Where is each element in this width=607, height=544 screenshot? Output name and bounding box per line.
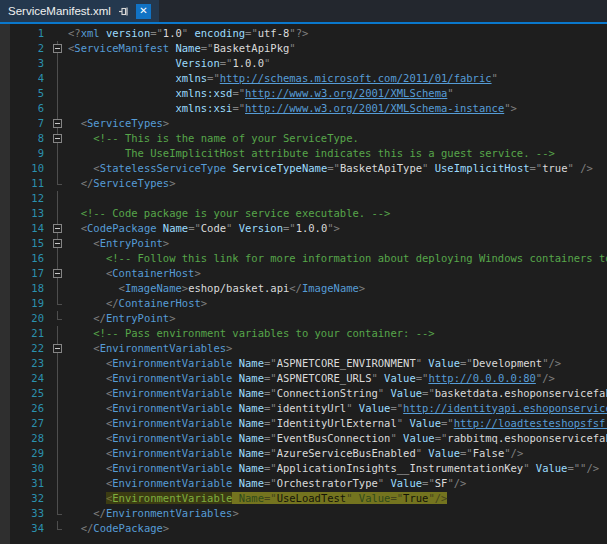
code-line[interactable]: 1<?xml version="1.0" encoding="utf-8"?> bbox=[0, 26, 607, 41]
code-line[interactable]: 10 <StatelessServiceType ServiceTypeName… bbox=[0, 161, 607, 176]
fold-guide bbox=[50, 296, 66, 311]
code-text: <EnvironmentVariable Name="identityUrl" … bbox=[66, 401, 607, 416]
glyph-margin bbox=[0, 281, 10, 296]
line-number: 8 bbox=[10, 131, 50, 146]
code-text: <ImageName>eshop/basket.api</ImageName> bbox=[66, 281, 607, 296]
fold-toggle-icon[interactable] bbox=[50, 221, 66, 236]
editor-window: ServiceManifest.xml ✕ 1<?xml version="1.… bbox=[0, 0, 607, 544]
code-line[interactable]: 33 </EnvironmentVariables> bbox=[0, 506, 607, 521]
code-line[interactable]: 8 <!-- This is the name of your ServiceT… bbox=[0, 131, 607, 146]
fold-toggle-icon[interactable] bbox=[50, 131, 66, 146]
glyph-margin bbox=[0, 326, 10, 341]
code-line[interactable]: 27 <EnvironmentVariable Name="IdentityUr… bbox=[0, 416, 607, 431]
line-number: 21 bbox=[10, 326, 50, 341]
glyph-margin bbox=[0, 101, 10, 116]
fold-guide bbox=[50, 311, 66, 326]
code-line[interactable]: 25 <EnvironmentVariable Name="Connection… bbox=[0, 386, 607, 401]
code-text: <ContainerHost> bbox=[66, 266, 607, 281]
code-line[interactable]: 22 <EnvironmentVariables> bbox=[0, 341, 607, 356]
glyph-margin bbox=[0, 176, 10, 191]
fold-guide bbox=[50, 56, 66, 71]
code-text: <!-- Code package is your service execut… bbox=[66, 206, 607, 221]
code-line[interactable]: 11 </ServiceTypes> bbox=[0, 176, 607, 191]
fold-guide bbox=[50, 251, 66, 266]
fold-guide bbox=[50, 506, 66, 521]
code-line[interactable]: 5 xmlns:xsd="http://www.w3.org/2001/XMLS… bbox=[0, 86, 607, 101]
glyph-margin bbox=[0, 266, 10, 281]
code-line[interactable]: 16 <!-- Follow this link for more inform… bbox=[0, 251, 607, 266]
fold-toggle-icon[interactable] bbox=[50, 116, 66, 131]
line-number: 14 bbox=[10, 221, 50, 236]
code-line[interactable]: 3 Version="1.0.0" bbox=[0, 56, 607, 71]
fold-guide bbox=[50, 206, 66, 221]
code-line[interactable]: 24 <EnvironmentVariable Name="ASPNETCORE… bbox=[0, 371, 607, 386]
glyph-margin bbox=[0, 356, 10, 371]
code-line[interactable]: 13 <!-- Code package is your service exe… bbox=[0, 206, 607, 221]
code-line[interactable]: 2<ServiceManifest Name="BasketApiPkg" bbox=[0, 41, 607, 56]
line-number: 1 bbox=[10, 26, 50, 41]
code-line[interactable]: 12 bbox=[0, 191, 607, 206]
code-text: </ContainerHost> bbox=[66, 296, 607, 311]
glyph-margin bbox=[0, 116, 10, 131]
fold-toggle-icon[interactable] bbox=[50, 341, 66, 356]
code-line[interactable]: 15 <EntryPoint> bbox=[0, 236, 607, 251]
glyph-margin bbox=[0, 461, 10, 476]
code-line[interactable]: 19 </ContainerHost> bbox=[0, 296, 607, 311]
line-number: 28 bbox=[10, 431, 50, 446]
fold-guide bbox=[50, 476, 66, 491]
fold-guide bbox=[50, 386, 66, 401]
code-line[interactable]: 4 xmlns="http://schemas.microsoft.com/20… bbox=[0, 71, 607, 86]
code-line[interactable]: 23 <EnvironmentVariable Name="ASPNETCORE… bbox=[0, 356, 607, 371]
fold-guide bbox=[50, 446, 66, 461]
line-number: 26 bbox=[10, 401, 50, 416]
fold-guide bbox=[50, 431, 66, 446]
code-line[interactable]: 7 <ServiceTypes> bbox=[0, 116, 607, 131]
code-line[interactable]: 9 The UseImplicitHost attribute indicate… bbox=[0, 146, 607, 161]
fold-guide bbox=[50, 371, 66, 386]
glyph-margin bbox=[0, 26, 10, 41]
fold-guide bbox=[50, 146, 66, 161]
line-number: 30 bbox=[10, 461, 50, 476]
fold-toggle-icon[interactable] bbox=[50, 236, 66, 251]
code-text: xmlns:xsd="http://www.w3.org/2001/XMLSch… bbox=[66, 86, 607, 101]
code-line[interactable]: 14 <CodePackage Name="Code" Version="1.0… bbox=[0, 221, 607, 236]
glyph-margin bbox=[0, 431, 10, 446]
line-number: 34 bbox=[10, 521, 50, 536]
code-text: <!-- Follow this link for more informati… bbox=[66, 251, 607, 266]
code-line[interactable]: 20 </EntryPoint> bbox=[0, 311, 607, 326]
code-line[interactable]: 32 <EnvironmentVariable Name="UseLoadTes… bbox=[0, 491, 607, 506]
glyph-margin bbox=[0, 221, 10, 236]
code-editor[interactable]: 1<?xml version="1.0" encoding="utf-8"?>2… bbox=[0, 24, 607, 544]
code-line[interactable]: 18 <ImageName>eshop/basket.api</ImageNam… bbox=[0, 281, 607, 296]
line-number: 9 bbox=[10, 146, 50, 161]
fold-toggle-icon[interactable] bbox=[50, 266, 66, 281]
code-line[interactable]: 6 xmlns:xsi="http://www.w3.org/2001/XMLS… bbox=[0, 101, 607, 116]
fold-guide bbox=[50, 281, 66, 296]
code-line[interactable]: 21 <!-- Pass environment variables to yo… bbox=[0, 326, 607, 341]
glyph-margin bbox=[0, 401, 10, 416]
pin-icon[interactable] bbox=[118, 6, 129, 17]
code-line[interactable]: 29 <EnvironmentVariable Name="AzureServi… bbox=[0, 446, 607, 461]
code-line[interactable]: 28 <EnvironmentVariable Name="EventBusCo… bbox=[0, 431, 607, 446]
tab-servicemanifest[interactable]: ServiceManifest.xml ✕ bbox=[0, 0, 159, 22]
line-number: 16 bbox=[10, 251, 50, 266]
code-line[interactable]: 26 <EnvironmentVariable Name="identityUr… bbox=[0, 401, 607, 416]
code-line[interactable]: 17 <ContainerHost> bbox=[0, 266, 607, 281]
fold-toggle-icon[interactable] bbox=[50, 41, 66, 56]
code-line[interactable]: 30 <EnvironmentVariable Name="Applicatio… bbox=[0, 461, 607, 476]
code-text: <?xml version="1.0" encoding="utf-8"?> bbox=[66, 26, 607, 41]
code-text: <EntryPoint> bbox=[66, 236, 607, 251]
code-line[interactable]: 34 </CodePackage> bbox=[0, 521, 607, 536]
line-number: 33 bbox=[10, 506, 50, 521]
close-icon[interactable]: ✕ bbox=[136, 4, 151, 19]
code-line[interactable]: 31 <EnvironmentVariable Name="Orchestrat… bbox=[0, 476, 607, 491]
line-number: 29 bbox=[10, 446, 50, 461]
glyph-margin bbox=[0, 416, 10, 431]
fold-guide bbox=[50, 161, 66, 176]
glyph-margin bbox=[0, 146, 10, 161]
fold-guide bbox=[50, 191, 66, 206]
line-number: 13 bbox=[10, 206, 50, 221]
glyph-margin bbox=[0, 296, 10, 311]
code-text: </ServiceTypes> bbox=[66, 176, 607, 191]
glyph-margin bbox=[0, 236, 10, 251]
